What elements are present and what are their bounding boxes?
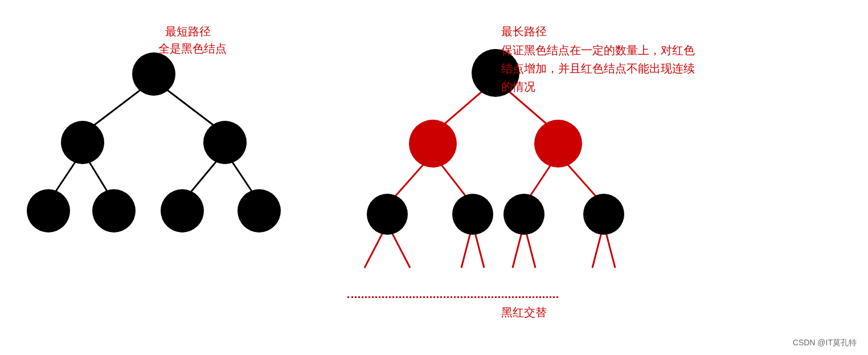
right-l3-4-node	[583, 194, 624, 235]
left-l3-1-node	[27, 189, 70, 232]
dotted-line	[347, 296, 558, 298]
left-root-node	[132, 52, 175, 96]
right-l3-2-node	[452, 194, 493, 235]
right-l2-left-node	[409, 120, 457, 168]
main-container: 最短路径 全是黑色结点 最长路径 保证黑色结点在一定的数量上，对红色结点增加，并…	[0, 0, 868, 355]
label-longest: 最长路径	[501, 24, 547, 39]
left-l3-2-node	[92, 189, 136, 232]
watermark: CSDN @IT莫孔特	[793, 338, 857, 348]
label-shortest: 最短路径	[165, 24, 211, 39]
left-l2-right-node	[203, 121, 247, 164]
label-desc: 保证黑色结点在一定的数量上，对红色结点增加，并且红色结点不能出现连续的情况	[501, 41, 695, 96]
left-l2-left-node	[61, 121, 104, 164]
right-l3-3-node	[503, 194, 544, 235]
label-allblack: 全是黑色结点	[158, 41, 227, 56]
diagram-svg	[0, 0, 868, 355]
right-l3-1-node	[367, 194, 408, 235]
label-alternating: 黑红交替	[501, 305, 547, 320]
right-l2-right-node	[534, 120, 582, 168]
left-l3-4-node	[238, 189, 281, 232]
left-l3-3-node	[161, 189, 204, 232]
